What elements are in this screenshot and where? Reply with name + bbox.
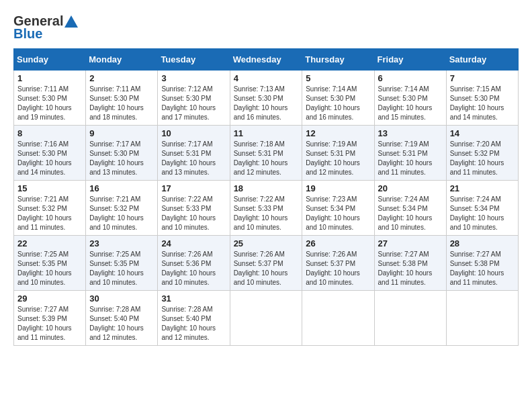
calendar-day-cell: 21 Sunrise: 7:24 AM Sunset: 5:34 PM Dayl… bbox=[446, 181, 518, 236]
calendar-day-cell: 13 Sunrise: 7:19 AM Sunset: 5:31 PM Dayl… bbox=[374, 126, 446, 181]
day-number: 18 bbox=[234, 183, 299, 193]
svg-marker-0 bbox=[64, 15, 78, 28]
calendar-day-cell: 5 Sunrise: 7:14 AM Sunset: 5:30 PM Dayli… bbox=[302, 71, 374, 126]
calendar-day-cell: 2 Sunrise: 7:11 AM Sunset: 5:30 PM Dayli… bbox=[86, 71, 158, 126]
day-number: 7 bbox=[450, 73, 515, 83]
day-info: Sunrise: 7:19 AM Sunset: 5:31 PM Dayligh… bbox=[378, 140, 443, 177]
calendar-day-cell: 17 Sunrise: 7:22 AM Sunset: 5:33 PM Dayl… bbox=[158, 181, 230, 236]
day-info: Sunrise: 7:27 AM Sunset: 5:39 PM Dayligh… bbox=[17, 305, 82, 342]
calendar-day-cell: 11 Sunrise: 7:18 AM Sunset: 5:31 PM Dayl… bbox=[230, 126, 302, 181]
calendar-day-cell: 28 Sunrise: 7:27 AM Sunset: 5:38 PM Dayl… bbox=[446, 236, 518, 291]
day-number: 23 bbox=[89, 238, 154, 248]
calendar-day-cell: 9 Sunrise: 7:17 AM Sunset: 5:30 PM Dayli… bbox=[86, 126, 158, 181]
calendar-day-cell: 1 Sunrise: 7:11 AM Sunset: 5:30 PM Dayli… bbox=[14, 71, 86, 126]
calendar-day-cell: 23 Sunrise: 7:25 AM Sunset: 5:35 PM Dayl… bbox=[86, 236, 158, 291]
day-number: 28 bbox=[450, 238, 515, 248]
day-info: Sunrise: 7:15 AM Sunset: 5:30 PM Dayligh… bbox=[450, 85, 515, 122]
day-number: 24 bbox=[161, 238, 226, 248]
calendar-day-cell: 22 Sunrise: 7:25 AM Sunset: 5:35 PM Dayl… bbox=[14, 236, 86, 291]
day-info: Sunrise: 7:25 AM Sunset: 5:35 PM Dayligh… bbox=[89, 250, 154, 287]
day-info: Sunrise: 7:19 AM Sunset: 5:31 PM Dayligh… bbox=[306, 140, 370, 177]
calendar-header-day: Tuesday bbox=[158, 49, 230, 71]
calendar-header-day: Wednesday bbox=[230, 49, 302, 71]
day-info: Sunrise: 7:27 AM Sunset: 5:38 PM Dayligh… bbox=[378, 250, 443, 287]
calendar-week-row: 29 Sunrise: 7:27 AM Sunset: 5:39 PM Dayl… bbox=[14, 291, 519, 346]
calendar-header-day: Sunday bbox=[14, 49, 86, 71]
day-number: 21 bbox=[450, 183, 515, 193]
day-number: 9 bbox=[89, 128, 154, 138]
logo-blue: Blue bbox=[13, 26, 42, 42]
day-info: Sunrise: 7:26 AM Sunset: 5:37 PM Dayligh… bbox=[306, 250, 370, 287]
day-number: 12 bbox=[306, 128, 370, 138]
calendar-day-cell bbox=[230, 291, 302, 346]
calendar-day-cell bbox=[446, 291, 518, 346]
calendar-day-cell: 14 Sunrise: 7:20 AM Sunset: 5:32 PM Dayl… bbox=[446, 126, 518, 181]
day-number: 3 bbox=[161, 73, 226, 83]
calendar-day-cell: 12 Sunrise: 7:19 AM Sunset: 5:31 PM Dayl… bbox=[302, 126, 374, 181]
calendar-day-cell: 4 Sunrise: 7:13 AM Sunset: 5:30 PM Dayli… bbox=[230, 71, 302, 126]
day-number: 29 bbox=[17, 293, 82, 304]
calendar-day-cell: 7 Sunrise: 7:15 AM Sunset: 5:30 PM Dayli… bbox=[446, 71, 518, 126]
day-info: Sunrise: 7:17 AM Sunset: 5:30 PM Dayligh… bbox=[89, 140, 154, 177]
day-info: Sunrise: 7:28 AM Sunset: 5:40 PM Dayligh… bbox=[89, 305, 154, 342]
day-number: 13 bbox=[378, 128, 443, 138]
day-number: 10 bbox=[161, 128, 226, 138]
logo: General Blue bbox=[13, 13, 78, 42]
calendar-day-cell: 27 Sunrise: 7:27 AM Sunset: 5:38 PM Dayl… bbox=[374, 236, 446, 291]
calendar-header-row: SundayMondayTuesdayWednesdayThursdayFrid… bbox=[14, 49, 519, 71]
calendar-table: SundayMondayTuesdayWednesdayThursdayFrid… bbox=[13, 48, 519, 346]
calendar-day-cell: 6 Sunrise: 7:14 AM Sunset: 5:30 PM Dayli… bbox=[374, 71, 446, 126]
calendar-week-row: 1 Sunrise: 7:11 AM Sunset: 5:30 PM Dayli… bbox=[14, 71, 519, 126]
calendar-day-cell: 25 Sunrise: 7:26 AM Sunset: 5:37 PM Dayl… bbox=[230, 236, 302, 291]
calendar-day-cell: 30 Sunrise: 7:28 AM Sunset: 5:40 PM Dayl… bbox=[86, 291, 158, 346]
calendar-day-cell bbox=[302, 291, 374, 346]
day-number: 19 bbox=[306, 183, 370, 193]
day-number: 20 bbox=[378, 183, 443, 193]
calendar-day-cell: 24 Sunrise: 7:26 AM Sunset: 5:36 PM Dayl… bbox=[158, 236, 230, 291]
calendar-day-cell bbox=[374, 291, 446, 346]
day-number: 27 bbox=[378, 238, 443, 248]
day-number: 22 bbox=[17, 238, 82, 248]
day-number: 14 bbox=[450, 128, 515, 138]
day-info: Sunrise: 7:12 AM Sunset: 5:30 PM Dayligh… bbox=[161, 85, 226, 122]
day-number: 4 bbox=[234, 73, 299, 83]
day-number: 6 bbox=[378, 73, 443, 83]
calendar-day-cell: 3 Sunrise: 7:12 AM Sunset: 5:30 PM Dayli… bbox=[158, 71, 230, 126]
logo-arrow-icon bbox=[64, 15, 78, 28]
calendar-day-cell: 31 Sunrise: 7:28 AM Sunset: 5:40 PM Dayl… bbox=[158, 291, 230, 346]
calendar-week-row: 8 Sunrise: 7:16 AM Sunset: 5:30 PM Dayli… bbox=[14, 126, 519, 181]
day-info: Sunrise: 7:24 AM Sunset: 5:34 PM Dayligh… bbox=[378, 195, 443, 232]
calendar-week-row: 22 Sunrise: 7:25 AM Sunset: 5:35 PM Dayl… bbox=[14, 236, 519, 291]
day-info: Sunrise: 7:23 AM Sunset: 5:34 PM Dayligh… bbox=[306, 195, 370, 232]
calendar-body: 1 Sunrise: 7:11 AM Sunset: 5:30 PM Dayli… bbox=[14, 71, 519, 346]
day-info: Sunrise: 7:13 AM Sunset: 5:30 PM Dayligh… bbox=[234, 85, 299, 122]
day-info: Sunrise: 7:26 AM Sunset: 5:37 PM Dayligh… bbox=[234, 250, 299, 287]
calendar-header-day: Friday bbox=[374, 49, 446, 71]
day-number: 25 bbox=[234, 238, 299, 248]
page-header: General Blue bbox=[13, 13, 519, 42]
day-info: Sunrise: 7:16 AM Sunset: 5:30 PM Dayligh… bbox=[17, 140, 82, 177]
calendar-day-cell: 20 Sunrise: 7:24 AM Sunset: 5:34 PM Dayl… bbox=[374, 181, 446, 236]
calendar-day-cell: 18 Sunrise: 7:22 AM Sunset: 5:33 PM Dayl… bbox=[230, 181, 302, 236]
calendar-header-day: Monday bbox=[86, 49, 158, 71]
day-info: Sunrise: 7:14 AM Sunset: 5:30 PM Dayligh… bbox=[306, 85, 370, 122]
calendar-header-day: Saturday bbox=[446, 49, 518, 71]
calendar-header-day: Thursday bbox=[302, 49, 374, 71]
day-info: Sunrise: 7:21 AM Sunset: 5:32 PM Dayligh… bbox=[89, 195, 154, 232]
day-info: Sunrise: 7:22 AM Sunset: 5:33 PM Dayligh… bbox=[234, 195, 299, 232]
calendar-day-cell: 29 Sunrise: 7:27 AM Sunset: 5:39 PM Dayl… bbox=[14, 291, 86, 346]
day-number: 5 bbox=[306, 73, 370, 83]
calendar-day-cell: 19 Sunrise: 7:23 AM Sunset: 5:34 PM Dayl… bbox=[302, 181, 374, 236]
day-number: 15 bbox=[17, 183, 82, 193]
day-info: Sunrise: 7:18 AM Sunset: 5:31 PM Dayligh… bbox=[234, 140, 299, 177]
day-info: Sunrise: 7:21 AM Sunset: 5:32 PM Dayligh… bbox=[17, 195, 82, 232]
day-info: Sunrise: 7:26 AM Sunset: 5:36 PM Dayligh… bbox=[161, 250, 226, 287]
day-info: Sunrise: 7:27 AM Sunset: 5:38 PM Dayligh… bbox=[450, 250, 515, 287]
day-info: Sunrise: 7:11 AM Sunset: 5:30 PM Dayligh… bbox=[17, 85, 82, 122]
calendar-day-cell: 26 Sunrise: 7:26 AM Sunset: 5:37 PM Dayl… bbox=[302, 236, 374, 291]
calendar-day-cell: 16 Sunrise: 7:21 AM Sunset: 5:32 PM Dayl… bbox=[86, 181, 158, 236]
day-info: Sunrise: 7:11 AM Sunset: 5:30 PM Dayligh… bbox=[89, 85, 154, 122]
day-number: 30 bbox=[89, 293, 154, 304]
day-number: 26 bbox=[306, 238, 370, 248]
calendar-day-cell: 15 Sunrise: 7:21 AM Sunset: 5:32 PM Dayl… bbox=[14, 181, 86, 236]
